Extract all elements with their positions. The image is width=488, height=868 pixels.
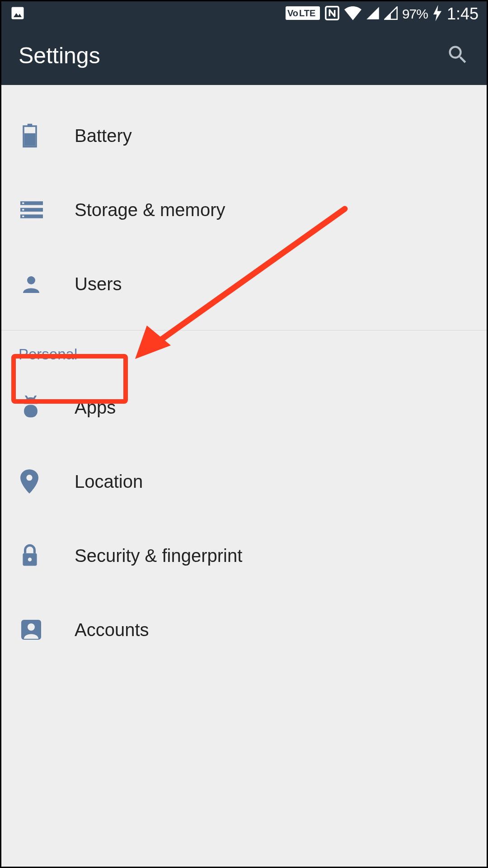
lock-icon [20,544,75,567]
accounts-row[interactable]: Accounts [1,593,487,667]
row-label: Security & fingerprint [75,546,242,566]
settings-list: Battery Storage & memory Users Personal … [1,85,487,867]
section-title-personal: Personal [1,330,487,368]
picture-icon [9,5,26,23]
svg-rect-12 [22,203,24,204]
row-label: Location [75,472,143,492]
storage-row[interactable]: Storage & memory [1,173,487,247]
battery-icon [20,123,75,148]
svg-rect-8 [24,133,36,146]
row-label: Apps [75,397,116,418]
signal-icon [366,6,380,22]
apps-row[interactable]: Apps [1,370,487,444]
wifi-icon [344,6,361,22]
svg-point-19 [28,401,29,402]
row-label: Users [75,274,122,294]
svg-point-15 [27,276,35,284]
nfc-icon [324,5,340,23]
svg-rect-14 [22,216,24,217]
location-row[interactable]: Location [1,444,487,519]
storage-icon [20,201,75,219]
signal2-icon [384,6,398,22]
svg-text:LTE: LTE [299,8,315,18]
search-icon [446,43,469,66]
row-label: Accounts [75,620,149,640]
row-label: Storage & memory [75,200,225,220]
battery-row[interactable]: Battery [1,99,487,173]
svg-point-21 [26,475,32,481]
svg-point-23 [28,558,32,561]
status-bar: VoLTE 97% 1:45 [1,1,487,26]
bolt-icon [432,5,442,23]
pin-icon [20,469,75,494]
svg-rect-0 [12,7,24,19]
clock: 1:45 [447,5,479,24]
users-row[interactable]: Users [1,247,487,321]
svg-rect-18 [24,405,38,417]
svg-rect-13 [22,209,24,210]
search-button[interactable] [446,43,469,68]
volte-icon: VoLTE [286,6,320,22]
user-icon [20,273,75,295]
security-row[interactable]: Security & fingerprint [1,519,487,593]
svg-point-25 [28,623,35,631]
android-icon [20,396,75,419]
battery-percent: 97% [402,6,428,22]
row-label: Battery [75,126,132,146]
page-title: Settings [19,42,100,69]
account-icon [20,619,75,641]
app-bar: Settings [1,26,487,85]
svg-point-20 [33,401,34,402]
svg-text:Vo: Vo [287,8,298,18]
